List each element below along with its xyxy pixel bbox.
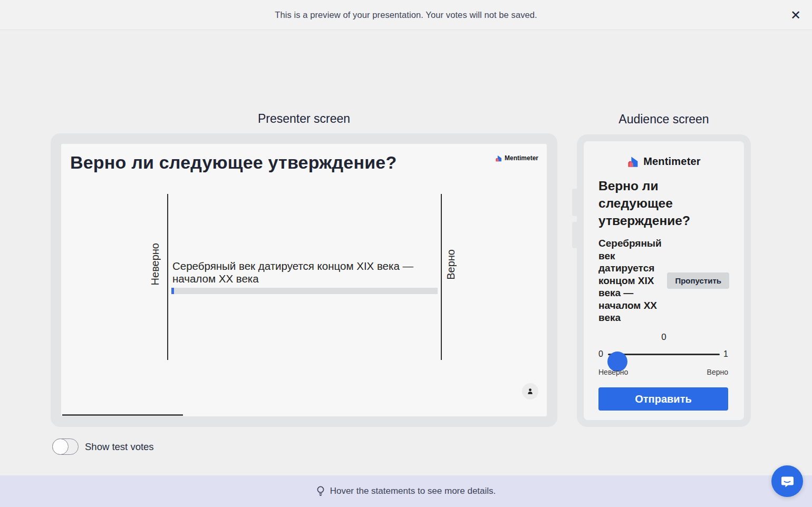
audience-phone-frame: Mentimeter Верно ли следующее утверждени…	[577, 134, 751, 427]
slider-min-value: 0	[598, 349, 603, 359]
slider-max-value: 1	[723, 349, 728, 359]
mentimeter-logo-text: Mentimeter	[643, 155, 701, 168]
audience-screen-heading: Audience screen	[577, 112, 751, 126]
slide-progress-indicator	[62, 414, 183, 416]
slider-current-value: 0	[584, 332, 744, 343]
statement-progress-bar	[171, 288, 438, 294]
chat-launcher-button[interactable]	[771, 465, 803, 497]
phone-side-button	[572, 189, 577, 216]
scale-axis-right	[441, 194, 442, 360]
slider-endpoint-labels: Неверно Верно	[598, 368, 728, 376]
axis-label-true: Верно	[445, 249, 457, 280]
presenter-device-frame: Верно ли следующее утверждение? Mentimet…	[51, 133, 557, 427]
lightbulb-icon	[316, 485, 325, 497]
mentimeter-logo-text: Mentimeter	[505, 154, 538, 162]
axis-label-false: Неверно	[149, 243, 161, 285]
audience-screen: Mentimeter Верно ли следующее утверждени…	[584, 141, 744, 420]
slider-min-label: Неверно	[598, 368, 628, 376]
slider-max-label: Верно	[707, 368, 728, 376]
slider-track[interactable]	[608, 354, 720, 355]
show-test-votes-control: Show test votes	[52, 438, 154, 455]
footer-hint-bar: Hover the statements to see more details…	[0, 475, 812, 507]
preview-banner: This is a preview of your presentation. …	[0, 0, 812, 30]
show-test-votes-toggle[interactable]	[52, 438, 79, 455]
mentimeter-logo-icon	[495, 154, 502, 162]
person-icon	[526, 387, 534, 395]
statement-row[interactable]: Серебряный век датируется концом XIX век…	[171, 260, 438, 294]
toggle-knob	[52, 438, 69, 455]
presenter-screen: Верно ли следующее утверждение? Mentimet…	[61, 144, 547, 416]
audience-question-title: Верно ли следующее утверждение?	[598, 177, 709, 229]
slider-row: 0 1	[598, 347, 728, 363]
show-test-votes-label: Show test votes	[85, 441, 154, 453]
chat-bubble-icon	[780, 474, 795, 489]
presenter-screen-heading: Presenter screen	[51, 112, 557, 126]
mentimeter-logo-icon	[627, 155, 640, 168]
submit-button[interactable]: Отправить	[598, 387, 728, 411]
participants-button[interactable]	[522, 383, 538, 399]
scale-axis-left	[167, 194, 168, 360]
skip-button[interactable]: Пропустить	[667, 272, 729, 289]
close-icon[interactable]: ✕	[788, 7, 804, 23]
mentimeter-logo: Mentimeter	[495, 154, 538, 162]
footer-hint-text: Hover the statements to see more details…	[330, 486, 496, 496]
preview-message: This is a preview of your presentation. …	[275, 10, 537, 20]
mentimeter-logo: Mentimeter	[584, 155, 744, 168]
presenter-question-title: Верно ли следующее утверждение?	[70, 152, 471, 173]
statement-text: Серебряный век датируется концом XIX век…	[171, 260, 424, 285]
phone-side-button	[572, 222, 577, 248]
statement-progress-fill	[171, 288, 174, 294]
audience-statement: Серебряный век датируется концом XIX век…	[598, 237, 667, 324]
